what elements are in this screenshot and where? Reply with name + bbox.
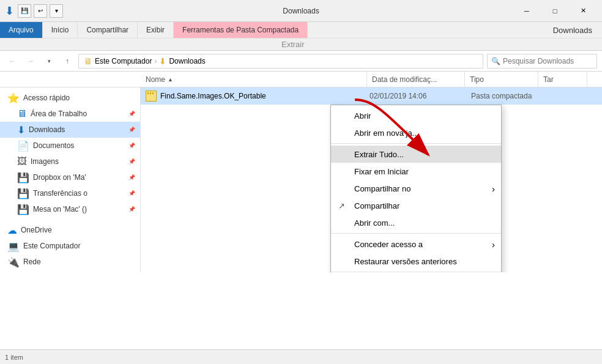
sidebar-item-onedrive[interactable]: ☁ OneDrive — [0, 222, 140, 238]
ctx-abrir-com[interactable]: Abrir com... — [331, 214, 501, 231]
column-headers: Nome ▲ Data de modificaç... Tipo Tar — [0, 72, 602, 87]
sidebar-item-label: OneDrive — [21, 226, 52, 234]
address-path[interactable]: 🖥 Este Computador › ⬇ Downloads — [78, 54, 483, 69]
ctx-restaurar-versoes[interactable]: Restaurar versões anteriores — [331, 253, 501, 270]
quick-access-toolbar: 💾 ↩ ▾ — [18, 4, 63, 18]
ctx-restaurar-label: Restaurar versões anteriores — [354, 257, 457, 266]
file-name: Find.Same.Images.OK_Portable — [160, 92, 266, 100]
undo-qat-btn[interactable]: ↩ — [34, 4, 47, 18]
up-button[interactable]: ↑ — [60, 54, 75, 69]
sidebar-item-imagens[interactable]: 🖼 Imagens 📌 — [0, 154, 140, 169]
pin-icon: 📌 — [128, 111, 135, 117]
search-box[interactable]: 🔍 — [487, 54, 597, 69]
tab-extract[interactable]: Ferramentas de Pasta Compactada — [174, 22, 308, 38]
sidebar-item-area-trabalho[interactable]: 🖥 Área de Trabalho 📌 — [0, 106, 140, 122]
desktop-icon: 🖥 — [17, 108, 27, 119]
file-date-cell: 02/01/2019 14:06 — [370, 92, 467, 100]
col-header-tam[interactable]: Tar — [538, 72, 587, 87]
path-part-2: Downloads — [169, 57, 205, 65]
sidebar-item-label: Rede — [23, 258, 41, 266]
tab-compartilhar[interactable]: Compartilhar — [78, 22, 138, 38]
sidebar-item-rede[interactable]: 🔌 Rede — [0, 254, 140, 270]
images-icon: 🖼 — [17, 156, 27, 167]
ctx-compartilhar-no[interactable]: Compartilhar no — [331, 180, 501, 197]
sidebar-item-label: Acesso rápido — [23, 94, 70, 102]
recent-locations-button[interactable]: ▾ — [42, 54, 56, 69]
col-header-tipo[interactable]: Tipo — [465, 72, 538, 87]
sidebar-item-label: Downloads — [29, 125, 65, 134]
maximize-button[interactable]: □ — [541, 0, 569, 22]
minimize-button[interactable]: ─ — [513, 0, 541, 22]
tab-inicio-label: Início — [51, 26, 69, 34]
download-icon: ⬇ — [17, 124, 25, 136]
drive-icon: 💾 — [17, 172, 29, 184]
sidebar-item-label: Área de Trabalho — [31, 110, 87, 118]
ctx-fixar-iniciar[interactable]: Fixar em Iniciar — [331, 163, 501, 180]
sidebar-item-dropbox[interactable]: 💾 Dropbox on 'Ma' 📌 — [0, 169, 140, 185]
file-name-cell: Find.Same.Images.OK_Portable — [146, 91, 366, 102]
sidebar-item-acesso-rapido[interactable]: ⭐ Acesso rápido — [0, 90, 140, 106]
ctx-abrir-com-label: Abrir com... — [354, 218, 395, 228]
tab-extract-label: Ferramentas de Pasta Compactada — [182, 26, 299, 34]
folder-path-icon: 🖥 — [84, 56, 92, 66]
tab-arquivo-label: Arquivo — [9, 26, 34, 34]
ctx-comp-no-label: Compartilhar no — [354, 184, 411, 193]
forward-button[interactable]: → — [23, 54, 38, 69]
col-header-nome[interactable]: Nome ▲ — [141, 72, 367, 87]
sidebar-item-este-computador[interactable]: 💻 Este Computador — [0, 238, 140, 254]
tab-arquivo[interactable]: Arquivo — [0, 22, 43, 38]
window-controls: ─ □ ✕ — [513, 0, 597, 22]
qat-dropdown[interactable]: ▾ — [50, 4, 63, 18]
tab-exibir[interactable]: Exibir — [138, 22, 174, 38]
ctx-abrir-nova-janela[interactable]: Abrir em nova ja... — [331, 124, 501, 141]
sidebar-item-transferencias[interactable]: 💾 Transferências o 📌 — [0, 185, 140, 201]
extract-ribbon-label: Extrair — [0, 38, 602, 50]
save-qat-btn[interactable]: 💾 — [18, 4, 31, 18]
ctx-fixar-label: Fixar em Iniciar — [354, 167, 409, 176]
ctx-separator-1 — [331, 143, 501, 144]
path-separator-1: › — [154, 57, 157, 65]
ribbon: Arquivo Início Compartilhar Exibir Ferra… — [0, 22, 602, 51]
ctx-comp-label: Compartilhar — [354, 201, 399, 210]
zip-file-icon — [146, 91, 157, 102]
tab-exibir-label: Exibir — [146, 26, 165, 34]
search-input[interactable] — [503, 57, 593, 65]
ctx-compartilhar[interactable]: ↗ Compartilhar — [331, 197, 501, 214]
tab-inicio[interactable]: Início — [43, 22, 78, 38]
sort-arrow: ▲ — [168, 76, 173, 83]
ctx-abrir-label: Abrir — [354, 111, 371, 121]
context-menu: Abrir Abrir em nova ja... Extrair Tudo..… — [330, 105, 502, 272]
content-area: ⭐ Acesso rápido 🖥 Área de Trabalho 📌 ⬇ D… — [0, 87, 602, 272]
star-icon: ⭐ — [7, 92, 20, 104]
drive-icon-3: 💾 — [17, 204, 29, 215]
window-title: Downloads — [283, 7, 319, 15]
pin-icon-3: 📌 — [128, 143, 135, 149]
pin-icon-2: 📌 — [128, 127, 135, 133]
ctx-extrair-label: Extrair Tudo... — [354, 150, 404, 159]
ctx-nova-janela-label: Abrir em nova ja... — [354, 128, 419, 138]
table-row[interactable]: Find.Same.Images.OK_Portable 02/01/2019 … — [141, 87, 602, 105]
close-button[interactable]: ✕ — [569, 0, 597, 22]
status-bar: 1 item — [0, 349, 602, 364]
ctx-acesso-label: Conceder acesso a — [354, 240, 423, 249]
sidebar-item-label: Este Computador — [23, 242, 80, 250]
sidebar-item-label: Dropbox on 'Ma' — [33, 173, 86, 182]
ctx-abrir[interactable]: Abrir — [331, 107, 501, 124]
sidebar-item-mesa[interactable]: 💾 Mesa on 'Mac' () 📌 — [0, 201, 140, 217]
sidebar-item-downloads[interactable]: ⬇ Downloads 📌 — [0, 122, 140, 138]
pc-icon: 💻 — [7, 240, 20, 252]
search-icon: 🔍 — [491, 57, 500, 65]
ctx-conceder-acesso[interactable]: Conceder acesso a — [331, 236, 501, 253]
ctx-extrair-tudo[interactable]: Extrair Tudo... — [331, 146, 501, 163]
drive-icon-2: 💾 — [17, 188, 29, 199]
sidebar-item-documentos[interactable]: 📄 Documentos 📌 — [0, 138, 140, 154]
ribbon-title: Downloads — [553, 22, 602, 38]
back-button[interactable]: ← — [5, 54, 20, 69]
sidebar: ⭐ Acesso rápido 🖥 Área de Trabalho 📌 ⬇ D… — [0, 87, 141, 272]
doc-icon: 📄 — [17, 140, 29, 152]
ctx-separator-2 — [331, 233, 501, 234]
pin-icon-6: 📌 — [128, 190, 135, 196]
title-bar: ⬇ 💾 ↩ ▾ Downloads ─ □ ✕ — [0, 0, 602, 22]
col-header-data[interactable]: Data de modificaç... — [367, 72, 465, 87]
path-part-1: Este Computador — [95, 57, 152, 65]
